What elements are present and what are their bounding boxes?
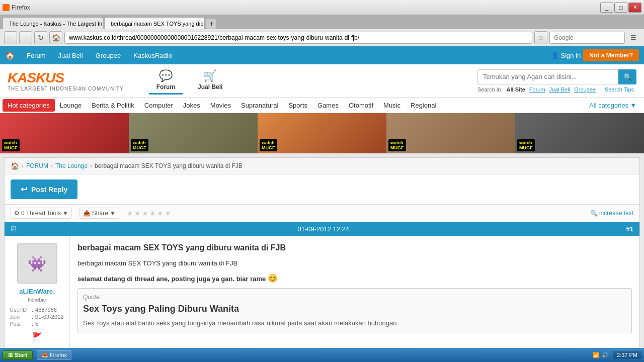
bookmark-button[interactable]: ☆ <box>534 31 547 44</box>
jualbeli-nav-label: Jual Beli <box>198 83 222 90</box>
signin-button[interactable]: Sign in <box>551 52 581 59</box>
taskbar-firefox[interactable]: 🦊 Firefox <box>37 350 71 360</box>
window-title: Firefox <box>12 4 30 11</box>
nav-icons: ☰ <box>627 31 640 44</box>
rating-dropdown[interactable]: ▼ <box>165 209 172 217</box>
tab-1[interactable]: The Lounge - Kaskus - The Largest In... … <box>3 17 103 29</box>
cat-sports[interactable]: Sports <box>283 99 312 112</box>
reload-button[interactable]: ↻ <box>34 31 47 44</box>
cat-games[interactable]: Games <box>312 99 344 112</box>
search-button[interactable]: 🔍 <box>618 69 636 84</box>
search-area: 🔍 Search in: All Site Forum Jual Beli Gr… <box>477 69 636 93</box>
new-tab-button[interactable]: + <box>206 18 217 29</box>
top-nav-right: Sign in Not a Member? <box>551 49 639 61</box>
home-button[interactable]: 🏠 <box>49 31 62 44</box>
system-tray-icons: 📶 🔊 <box>593 352 609 358</box>
user-flag: 🚩 <box>32 332 42 341</box>
cat-lounge[interactable]: Lounge <box>55 99 87 112</box>
star-5[interactable]: ★ <box>157 209 164 217</box>
nav-jualbeli[interactable]: Jual Beli <box>53 50 88 61</box>
top-navigation: 🏠 Forum Jual Beli Groupee KaskusRadio Si… <box>0 46 644 64</box>
thread-actions: Post Reply <box>5 174 639 205</box>
taskbar: ⊞ Start 🦊 Firefox 📶 🔊 2:37 PM <box>0 348 644 362</box>
rating-stars[interactable]: ★ ★ ★ ★ ★ ▼ <box>127 209 172 217</box>
minimize-button[interactable]: _ <box>600 3 613 13</box>
post-user-panel: 👾 aLiEnWare. Newbie UserID : 4687966 Joi… <box>5 236 70 349</box>
taskbar-items: 🦊 Firefox <box>37 350 71 360</box>
kaskus-logo[interactable]: KASKUS THE LARGEST INDONESIAN COMMUNITY <box>8 70 124 92</box>
back-button[interactable]: ← <box>4 31 17 44</box>
forum-nav-item[interactable]: 💬 Forum <box>149 67 183 95</box>
cat-hot[interactable]: Hot categories <box>3 99 55 112</box>
quote-label: Quote: <box>83 294 626 301</box>
post-reply-button[interactable]: Post Reply <box>11 179 77 199</box>
maximize-button[interactable]: □ <box>614 3 627 13</box>
username[interactable]: aLiEnWare. <box>19 288 54 295</box>
forum-icon: 💬 <box>159 69 173 82</box>
search-input[interactable] <box>477 69 618 84</box>
banner-area[interactable]: watchMUGF watchMUGF watchMUGF watchMUGF … <box>0 113 644 153</box>
jualbeli-icon: 🛒 <box>203 69 217 82</box>
cat-movies[interactable]: Movies <box>205 99 236 112</box>
quote-text: Sex Toys atau alat bantu seks yang fungs… <box>83 318 626 328</box>
cat-otomotif[interactable]: Otomotif <box>344 99 378 112</box>
forum-nav-label: Forum <box>156 83 175 90</box>
banner-4[interactable]: watchMUGF <box>386 113 515 153</box>
cat-supranatural[interactable]: Supranatural <box>236 99 283 112</box>
banner-5[interactable]: watchMUGF <box>515 113 644 153</box>
banner-1[interactable]: watchMUGF <box>0 113 129 153</box>
chevron-down-icon: ▼ <box>62 210 68 217</box>
post-checkbox[interactable]: ☑ <box>11 225 17 233</box>
jualbeli-nav-item[interactable]: 🛒 Jual Beli <box>190 67 230 95</box>
not-member-button[interactable]: Not a Member? <box>583 49 639 61</box>
main-content: 🏠 › FORUM › The Lounge › berbagai macam … <box>0 153 644 354</box>
cat-regional[interactable]: Regional <box>406 99 441 112</box>
kaskus-tagline: THE LARGEST INDONESIAN COMMUNITY <box>8 86 124 92</box>
nav-bar: ← → ↻ 🏠 ☆ ☰ <box>0 29 644 46</box>
menu-button[interactable]: ☰ <box>627 31 640 44</box>
breadcrumb-home-icon[interactable]: 🏠 <box>11 162 19 170</box>
search-forum[interactable]: Forum <box>529 86 545 93</box>
breadcrumb-current: berbagai macam SEX TOYS yang diburu wani… <box>95 162 243 169</box>
search-tips[interactable]: Search Tips <box>605 86 634 93</box>
gear-icon: ⚙ <box>14 210 20 217</box>
increase-text-button[interactable]: 🔍 increase text <box>590 210 633 217</box>
star-2[interactable]: ★ <box>134 209 141 217</box>
cat-berita[interactable]: Berita & Politik <box>87 99 139 112</box>
breadcrumb-lounge[interactable]: The Lounge <box>55 162 88 169</box>
cat-jokes[interactable]: Jokes <box>178 99 205 112</box>
tab-2[interactable]: berbagai macam SEX TOYS yang dib... ✕ <box>104 17 205 29</box>
title-bar: Firefox _ □ ✕ <box>0 0 644 15</box>
star-1[interactable]: ★ <box>127 209 133 217</box>
taskbar-right: 📶 🔊 2:37 PM <box>593 351 641 359</box>
star-4[interactable]: ★ <box>149 209 156 217</box>
search-jualbeli[interactable]: Jual Beli <box>549 86 571 93</box>
nav-kaskusradio[interactable]: KaskusRadio <box>128 50 177 61</box>
breadcrumb-sep-2: › <box>51 162 53 169</box>
cat-music[interactable]: Music <box>378 99 406 112</box>
address-bar[interactable] <box>64 32 532 44</box>
search-box: 🔍 <box>477 69 636 84</box>
nav-groupee[interactable]: Groupee <box>91 50 126 61</box>
start-button[interactable]: ⊞ Start <box>3 350 33 360</box>
kaskus-logo-text: KASKUS <box>8 70 124 86</box>
all-categories[interactable]: All categories ▼ <box>584 99 641 112</box>
browser-search[interactable] <box>549 32 625 44</box>
cat-computer[interactable]: Computer <box>139 99 178 112</box>
post-greeting: selamat datang di thread ane, posting ju… <box>77 274 632 283</box>
banner-2[interactable]: watchMUGF <box>129 113 258 153</box>
forward-button[interactable]: → <box>19 31 32 44</box>
breadcrumb-forum[interactable]: FORUM <box>26 162 48 169</box>
star-3[interactable]: ★ <box>142 209 148 217</box>
share-button[interactable]: 📤 Share ▼ <box>79 208 119 219</box>
network-icon: 📶 <box>593 352 600 358</box>
home-nav-icon[interactable]: 🏠 <box>5 51 15 60</box>
close-button[interactable]: ✕ <box>628 3 641 13</box>
banner-3[interactable]: watchMUGF <box>258 113 386 153</box>
thread-tools[interactable]: ⚙ 0 Thread Tools ▼ <box>11 208 72 219</box>
search-groupee[interactable]: Groupee <box>574 86 596 93</box>
search-all-site[interactable]: All Site <box>507 86 525 93</box>
post-area: 👾 aLiEnWare. Newbie UserID : 4687966 Joi… <box>5 236 639 349</box>
nav-forum[interactable]: Forum <box>22 50 51 61</box>
userid-sep: : <box>32 307 33 313</box>
